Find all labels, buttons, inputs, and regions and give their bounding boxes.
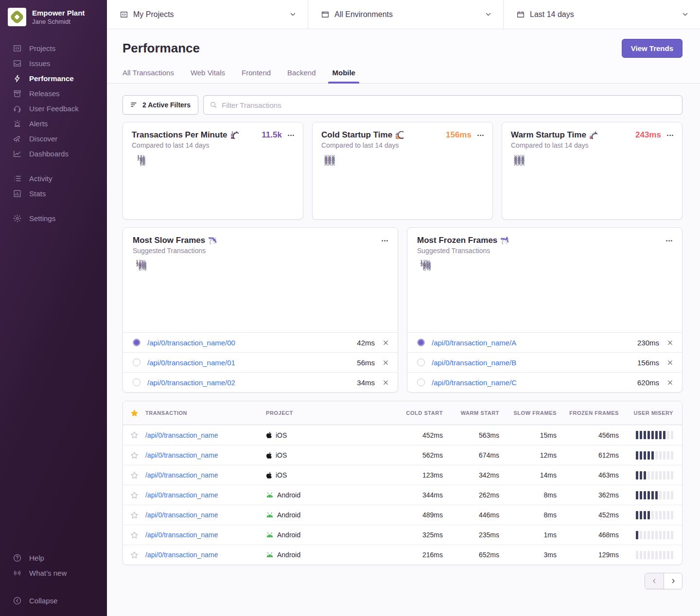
metric-card-0: Transactions Per Minute11.5kCompared to …: [122, 122, 303, 220]
sidebar-item-activity[interactable]: Activity: [0, 171, 107, 186]
help-icon[interactable]: [231, 131, 239, 139]
project-cell: Android: [266, 551, 388, 559]
transaction-radio[interactable]: [133, 339, 140, 346]
card-title: Most Frozen Frames: [417, 236, 497, 245]
help-icon[interactable]: [501, 237, 508, 244]
star-icon[interactable]: [130, 531, 139, 539]
area-chart[interactable]: [527, 156, 673, 210]
help-icon[interactable]: [209, 237, 216, 244]
transaction-radio[interactable]: [417, 339, 425, 346]
line-chart[interactable]: [434, 261, 672, 325]
transaction-link[interactable]: /api/0/transaction_name: [145, 531, 218, 539]
transaction-link[interactable]: /api/0/transaction_name/00: [147, 339, 357, 347]
sidebar-item-label: Releases: [29, 89, 60, 98]
active-filters-button[interactable]: 2 Active Filters: [122, 95, 198, 115]
overflow-menu-icon[interactable]: [667, 132, 673, 138]
transaction-radio[interactable]: [417, 378, 425, 386]
sidebar-item-projects[interactable]: Projects: [0, 41, 107, 56]
sidebar-item-help[interactable]: Help: [0, 550, 107, 565]
project-filter-dropdown[interactable]: My Projects: [107, 0, 308, 29]
transaction-link[interactable]: /api/0/transaction_name/01: [147, 359, 357, 367]
tab-web-vitals[interactable]: Web Vitals: [191, 68, 225, 83]
tab-frontend[interactable]: Frontend: [242, 68, 271, 83]
line-chart[interactable]: [149, 261, 388, 325]
area-chart[interactable]: [148, 156, 294, 210]
next-page-button[interactable]: [664, 573, 682, 589]
close-icon[interactable]: [383, 379, 389, 386]
sidebar-item-alerts[interactable]: Alerts: [0, 116, 107, 131]
metric-card-1: Cold Startup Time156msCompared to last 1…: [312, 122, 493, 220]
lightning-icon: [13, 74, 22, 83]
environment-filter-dropdown[interactable]: All Environments: [308, 0, 503, 29]
star-icon[interactable]: [130, 471, 139, 479]
star-icon[interactable]: [130, 451, 139, 460]
transaction-link[interactable]: /api/0/transaction_name/02: [147, 378, 357, 387]
search-icon: [210, 101, 217, 109]
transaction-link[interactable]: /api/0/transaction_name: [145, 471, 218, 479]
card-value: 243ms: [635, 130, 661, 140]
help-icon[interactable]: [590, 131, 597, 139]
cold-start-value: 325ms: [388, 531, 443, 539]
transaction-link[interactable]: /api/0/transaction_name/A: [432, 339, 637, 347]
sidebar-collapse-button[interactable]: Collapse: [0, 593, 107, 608]
area-chart[interactable]: [338, 156, 484, 210]
star-icon[interactable]: [130, 551, 139, 559]
search-input[interactable]: [222, 101, 676, 109]
sidebar-item-issues[interactable]: Issues: [0, 56, 107, 71]
date-range-dropdown[interactable]: Last 14 days: [503, 0, 700, 29]
star-icon[interactable]: [130, 431, 139, 439]
sidebar-item-dashboards[interactable]: Dashboards: [0, 146, 107, 161]
star-icon[interactable]: [130, 511, 139, 519]
tab-backend[interactable]: Backend: [287, 68, 315, 83]
sidebar-item-performance[interactable]: Performance: [0, 71, 107, 86]
previous-page-button[interactable]: [645, 573, 664, 589]
sidebar-item-user-feedback[interactable]: User Feedback: [0, 101, 107, 116]
sidebar-item-discover[interactable]: Discover: [0, 131, 107, 146]
transaction-link[interactable]: /api/0/transaction_name/B: [432, 359, 637, 367]
transaction-radio[interactable]: [417, 359, 425, 366]
view-trends-button[interactable]: View Trends: [622, 39, 682, 58]
tab-mobile[interactable]: Mobile: [332, 68, 355, 83]
transaction-link[interactable]: /api/0/transaction_name: [145, 491, 218, 499]
transaction-link[interactable]: /api/0/transaction_name: [145, 431, 218, 439]
column-header-frozen-frames: FROZEN FRAMES: [557, 410, 619, 416]
sidebar-item-stats[interactable]: Stats: [0, 186, 107, 201]
transaction-link[interactable]: /api/0/transaction_name: [145, 551, 218, 559]
tab-all-transactions[interactable]: All Transactions: [122, 68, 174, 83]
org-switcher[interactable]: Empower Plant Jane Schmidt: [0, 0, 107, 26]
sidebar-item-label: Alerts: [29, 119, 48, 128]
close-icon[interactable]: [667, 340, 673, 346]
transaction-link[interactable]: /api/0/transaction_name/C: [432, 378, 637, 387]
close-icon[interactable]: [383, 340, 389, 346]
slow-frames-value: 14ms: [499, 471, 557, 479]
headset-icon: [13, 104, 22, 113]
transaction-link[interactable]: /api/0/transaction_name: [145, 511, 218, 519]
column-header-user-misery: USER MISERY: [619, 410, 682, 416]
sidebar-item-settings[interactable]: Settings: [0, 211, 107, 226]
close-icon[interactable]: [667, 359, 673, 366]
org-logo-icon: [8, 8, 26, 26]
broadcast-icon: [13, 568, 22, 578]
sidebar-item-what-s-new[interactable]: What’s new: [0, 565, 107, 581]
warm-start-value: 262ms: [443, 491, 499, 499]
slow-frames-value: 8ms: [499, 491, 557, 499]
transaction-radio[interactable]: [133, 359, 140, 366]
overflow-menu-icon[interactable]: [288, 132, 294, 138]
sidebar-item-label: Projects: [29, 44, 55, 53]
star-icon[interactable]: [130, 491, 139, 499]
sidebar-item-releases[interactable]: Releases: [0, 86, 107, 101]
chevron-right-icon: [669, 577, 677, 585]
overflow-menu-icon[interactable]: [382, 238, 388, 243]
transaction-radio[interactable]: [133, 378, 140, 386]
help-icon[interactable]: [396, 131, 403, 139]
filter-icon: [130, 101, 138, 109]
sidebar-item-label: User Feedback: [29, 104, 79, 113]
frozen-frames-value: 612ms: [557, 451, 619, 459]
project-cell: Android: [266, 531, 388, 539]
close-icon[interactable]: [667, 379, 673, 386]
close-icon[interactable]: [383, 359, 389, 366]
transaction-link[interactable]: /api/0/transaction_name: [145, 451, 218, 459]
overflow-menu-icon[interactable]: [477, 132, 484, 138]
help-icon: [13, 553, 22, 563]
overflow-menu-icon[interactable]: [666, 238, 672, 243]
